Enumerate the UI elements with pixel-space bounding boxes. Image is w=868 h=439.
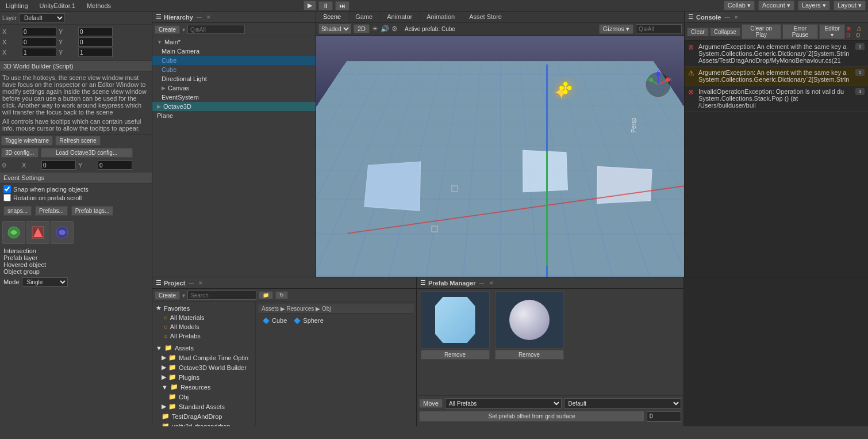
project-refresh-btn[interactable]: ↻ [275,291,288,299]
project-close[interactable]: ✕ [197,280,204,287]
x-input-2[interactable] [22,37,56,47]
all-materials-item[interactable]: ○ All Materials [152,313,255,322]
menu-methods[interactable]: Methods [83,1,114,10]
assets-folder[interactable]: ▼ 📁 Assets [152,343,255,353]
hierarchy-minimize[interactable]: — [195,14,203,21]
audio-icon[interactable]: 🔊 [381,25,389,33]
pause-button[interactable]: ⏸ [318,1,333,10]
mode-select[interactable]: Single [22,277,68,287]
tree-item-main[interactable]: ▼ Main* [152,37,316,47]
play-button[interactable]: ▶ [304,1,316,10]
sphere-file[interactable]: 🔷 Sphere [291,316,325,325]
move-button[interactable]: Move [419,399,443,408]
console-msg-1[interactable]: ⊗ ArgumentException: An element with the… [685,41,868,67]
tree-item-dirlight[interactable]: Directional Light [152,74,316,83]
layout-button[interactable]: Layout ▾ [834,1,866,10]
project-create-btn[interactable]: Create [155,291,180,300]
console-minimize[interactable]: — [723,14,731,21]
project-folder-btn[interactable]: 📁 [259,291,273,299]
offset-input[interactable] [647,411,681,422]
standard-assets-folder[interactable]: ▶ 📁 Standard Assets [152,402,255,411]
event-settings-title[interactable]: Event Settings [0,173,152,184]
prefab-manager-close[interactable]: ✕ [488,280,495,287]
lighting-icon[interactable]: ☀ [372,25,378,33]
mad-compile-folder[interactable]: ▶ 📁 Mad Compile Time Optin [152,353,255,362]
prefab-thumb-sphere[interactable] [495,291,564,349]
console-msg-3[interactable]: ⊗ InvalidOperationException: Operation i… [685,86,868,112]
tab-scene[interactable]: Scene [316,12,348,22]
collapse-button[interactable]: Collapse [710,28,740,36]
cube-file[interactable]: 🔷 Cube [260,316,289,325]
project-minimize[interactable]: — [187,280,195,287]
script-section-title[interactable]: 3D World Builder (Script) [0,61,152,72]
all-prefabs-select[interactable]: All Prefabs [445,398,562,409]
icon-btn-3[interactable] [51,221,74,244]
x-input-1[interactable] [22,27,56,36]
step-button[interactable]: ⏭ [335,1,349,10]
tab-asset-store[interactable]: Asset Store [462,12,509,22]
tree-item-eventsystem[interactable]: EventSystem [152,93,316,102]
icon-btn-1[interactable] [2,221,25,244]
tree-item-cube1[interactable]: Cube [152,56,316,65]
console-bottom-scroll[interactable] [684,277,868,426]
effects-icon[interactable]: ⚙ [391,25,398,33]
layers-button[interactable]: Layers ▾ [798,1,830,10]
set-prefab-offset-button[interactable]: Set prefab offset from grid surface [419,411,644,422]
error-pause-button[interactable]: Error Pause [782,24,819,39]
account-button[interactable]: Account ▾ [758,1,794,10]
coord-y-input[interactable] [98,161,132,170]
remove-sphere-button[interactable]: Remove [495,350,564,360]
collab-button[interactable]: Collab ▾ [724,1,755,10]
shading-mode-select[interactable]: Shaded [318,24,351,34]
toggle-wireframe-button[interactable]: Toggle wireframe [1,136,53,146]
prefab-tags-button[interactable]: Prefab tags... [71,206,113,216]
load-config-button[interactable]: Load Octave3D config... [41,148,133,158]
prefab-thumb-cube[interactable] [421,291,490,349]
scene-search[interactable] [636,24,682,33]
clear-on-play-button[interactable]: Clear on Play [742,24,781,39]
plugins-folder[interactable]: ▶ 📁 Plugins [152,372,255,382]
tab-animation[interactable]: Animation [420,12,462,22]
layer-select[interactable]: Default [19,13,65,22]
editor-button[interactable]: Editor ▾ [819,24,845,39]
octave3d-folder[interactable]: ▶ 📁 Octave3D World Builder [152,362,255,372]
snap-checkbox[interactable] [3,185,11,193]
gizmos-button[interactable]: Gizmos ▾ [599,24,633,34]
tree-item-cube2[interactable]: Cube [152,65,316,74]
all-models-item[interactable]: ○ All Models [152,322,255,331]
remove-cube-button[interactable]: Remove [421,350,490,360]
tree-item-octave3d[interactable]: ▶ Octave3D [152,102,316,111]
tab-animator[interactable]: Animator [380,12,420,22]
icon-btn-2[interactable] [26,221,49,244]
y-input-3[interactable] [78,48,113,57]
clear-button[interactable]: Clear [687,28,709,36]
coord-x-input[interactable] [41,161,76,170]
testdraganddrop-folder[interactable]: 📁 TestDragAndDrop [152,411,255,421]
default-select[interactable]: Default [564,398,681,409]
refresh-scene-button[interactable]: Refresh scene [55,136,100,146]
obj-folder[interactable]: 📁 Obj [152,392,255,402]
tree-item-plane[interactable]: Plane [152,111,316,120]
console-msg-2[interactable]: ⚠ ArgumentException: An element with the… [685,67,868,86]
hierarchy-search[interactable] [187,25,245,34]
unity3d-folder[interactable]: 📁 unity3d-draganddrop [152,421,255,426]
x-input-3[interactable] [22,48,56,57]
y-input-2[interactable] [78,37,113,47]
y-input-1[interactable] [78,27,113,36]
hierarchy-close[interactable]: ✕ [205,14,212,21]
tab-game[interactable]: Game [348,12,380,22]
all-prefabs-item[interactable]: ○ All Prefabs [152,331,255,341]
prefabs-button[interactable]: Prefabs... [35,206,68,216]
tree-item-maincamera[interactable]: Main Camera [152,47,316,56]
config-3d-button[interactable]: 3D config... [1,148,39,158]
rotation-checkbox[interactable] [3,194,11,201]
2d-button[interactable]: 2D [354,24,370,33]
menu-unityeditor[interactable]: UnityEditor.1 [36,1,79,10]
resources-folder[interactable]: ▼ 📁 Resources [152,382,255,392]
console-close[interactable]: ✕ [733,14,740,21]
favorites-folder[interactable]: ★ Favorites [152,303,255,313]
snaps-button[interactable]: snaps... [3,206,32,216]
prefab-manager-minimize[interactable]: — [478,280,486,287]
tree-item-canvas[interactable]: ▶ Canvas [152,83,316,93]
menu-lighting[interactable]: Lighting [2,1,32,10]
